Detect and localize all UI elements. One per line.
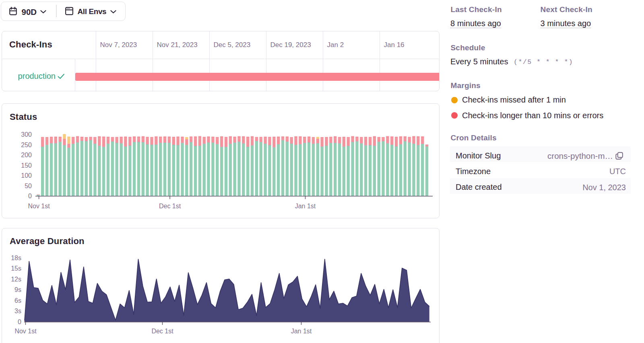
svg-text:15s: 15s [11,265,21,272]
svg-text:50: 50 [25,183,32,189]
svg-text:Nov 1st: Nov 1st [14,328,37,335]
svg-text:0: 0 [18,318,21,325]
svg-text:0: 0 [28,193,32,199]
svg-text:200: 200 [21,152,32,158]
svg-text:250: 250 [21,142,32,148]
svg-text:Dec 1st: Dec 1st [159,203,181,209]
svg-text:Jan 1st: Jan 1st [295,203,316,209]
svg-text:Dec 1st: Dec 1st [151,328,173,335]
svg-text:18s: 18s [11,255,21,261]
svg-text:Jan 1st: Jan 1st [291,328,312,335]
svg-text:150: 150 [21,162,32,169]
svg-text:100: 100 [21,172,32,179]
svg-text:Nov 1st: Nov 1st [28,203,50,209]
svg-text:9s: 9s [14,286,21,293]
svg-text:3s: 3s [14,308,21,314]
svg-text:12s: 12s [11,276,21,283]
svg-text:300: 300 [21,131,32,138]
svg-text:6s: 6s [14,297,21,304]
